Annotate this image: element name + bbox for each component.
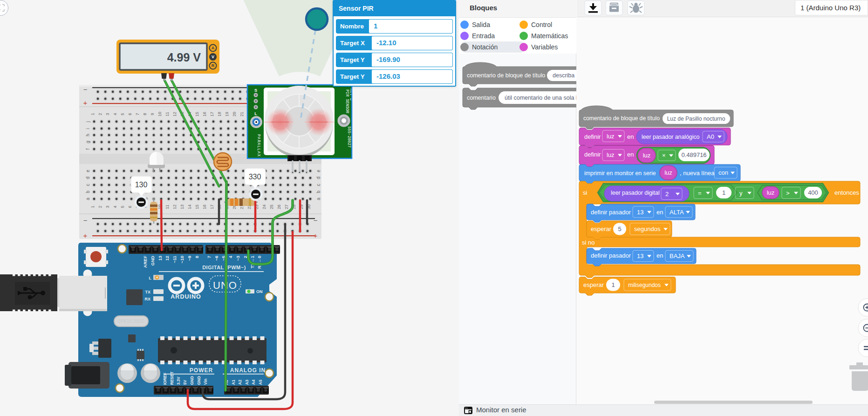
svg-text:milisegundos: milisegundos xyxy=(628,282,661,288)
svg-text:>: > xyxy=(786,190,790,197)
svg-text:20: 20 xyxy=(232,112,237,116)
svg-text:luz: luz xyxy=(643,152,651,159)
svg-text:5: 5 xyxy=(120,205,125,208)
svg-text:POWER: POWER xyxy=(190,367,213,374)
svg-text:16: 16 xyxy=(202,112,207,116)
svg-text:DIGITAL (PWM~): DIGITAL (PWM~) xyxy=(202,265,246,270)
svg-text:en: en xyxy=(627,133,634,140)
svg-text:b: b xyxy=(85,191,90,193)
svg-text:5V: 5V xyxy=(183,380,187,385)
svg-text:PIR SENSOR: PIR SENSOR xyxy=(345,89,349,113)
svg-text:en: en xyxy=(656,209,663,216)
svg-text:A1: A1 xyxy=(231,380,236,385)
svg-text:TX: TX xyxy=(145,290,150,294)
svg-text:h: h xyxy=(85,134,90,136)
svg-text:×: × xyxy=(662,152,666,159)
svg-text:330: 330 xyxy=(249,173,261,181)
svg-text:7: 7 xyxy=(206,256,212,258)
svg-text:8: 8 xyxy=(143,113,147,115)
svg-text:AREF: AREF xyxy=(143,256,148,268)
svg-text:PARALLAX: PARALLAX xyxy=(256,134,261,157)
svg-text:comentario de bloque de título: comentario de bloque de título xyxy=(467,72,545,79)
svg-text:6: 6 xyxy=(128,205,132,208)
svg-text:describa s: describa s xyxy=(553,72,576,79)
svg-text:e: e xyxy=(316,170,321,172)
svg-text:~10: ~10 xyxy=(179,256,185,263)
svg-text:~9: ~9 xyxy=(187,256,192,261)
svg-text:L: L xyxy=(254,111,257,116)
svg-text:4: 4 xyxy=(113,113,117,115)
svg-text:imprimir en monitor en serie: imprimir en monitor en serie xyxy=(584,170,656,177)
svg-text:V: V xyxy=(212,55,214,59)
svg-text:4: 4 xyxy=(228,255,233,258)
svg-text:13: 13 xyxy=(637,252,643,259)
svg-text:a: a xyxy=(85,198,90,200)
svg-text:RX: RX xyxy=(144,297,150,301)
svg-text:4.99 V: 4.99 V xyxy=(167,51,201,64)
svg-text:13: 13 xyxy=(180,205,185,209)
svg-text:entonces: entonces xyxy=(834,189,859,196)
svg-text:~6: ~6 xyxy=(214,256,219,261)
svg-text:comentario de bloque de título: comentario de bloque de título xyxy=(583,115,660,122)
svg-text:S: S xyxy=(254,88,257,93)
svg-text:400: 400 xyxy=(808,189,818,196)
svg-text:1: 1 xyxy=(90,113,95,115)
svg-text:GND: GND xyxy=(190,376,194,385)
svg-text:luz: luz xyxy=(767,189,775,196)
svg-text:ARDUINO: ARDUINO xyxy=(171,293,201,300)
svg-text:–: – xyxy=(314,217,317,224)
svg-text:2: 2 xyxy=(665,191,669,198)
svg-text:7: 7 xyxy=(135,113,140,115)
svg-text:14: 14 xyxy=(187,205,192,209)
svg-text:2: 2 xyxy=(98,205,103,208)
svg-text:A: A xyxy=(212,46,215,50)
svg-text:d: d xyxy=(85,177,90,179)
svg-text:si: si xyxy=(583,189,588,196)
svg-text:e: e xyxy=(85,170,90,172)
svg-text:en: en xyxy=(656,252,663,259)
svg-text:+: + xyxy=(314,232,318,239)
svg-text:luz: luz xyxy=(607,151,615,158)
svg-text:130: 130 xyxy=(135,181,148,189)
svg-text:útil comentario de una sola lí: útil comentario de una sola lí xyxy=(505,95,576,101)
svg-text:segundos: segundos xyxy=(634,225,661,232)
svg-text:–: – xyxy=(83,217,87,224)
svg-text:i: i xyxy=(85,128,90,129)
svg-text:A4: A4 xyxy=(251,380,256,385)
svg-text:b: b xyxy=(316,191,321,193)
svg-text:24: 24 xyxy=(262,205,267,209)
svg-text:RX←0: RX←0 xyxy=(257,256,262,269)
svg-text:5: 5 xyxy=(618,225,621,232)
svg-text:15: 15 xyxy=(195,205,199,209)
svg-text:–: – xyxy=(83,86,87,93)
svg-text:13: 13 xyxy=(637,209,643,216)
svg-text:12: 12 xyxy=(172,112,177,116)
svg-text:luz: luz xyxy=(607,133,615,140)
svg-text:RESET: RESET xyxy=(170,371,174,385)
svg-text:25: 25 xyxy=(269,205,274,209)
svg-text:, nueva línea: , nueva línea xyxy=(680,170,715,177)
svg-text:j: j xyxy=(85,121,90,123)
svg-text:12: 12 xyxy=(172,205,177,209)
svg-text:2: 2 xyxy=(98,113,103,115)
svg-text:12: 12 xyxy=(164,256,170,261)
svg-text:17: 17 xyxy=(210,205,214,209)
svg-text:15: 15 xyxy=(195,112,199,116)
svg-text:A2: A2 xyxy=(238,380,242,385)
svg-text:comentario: comentario xyxy=(467,95,496,101)
svg-text:17: 17 xyxy=(210,112,214,116)
svg-text:A5: A5 xyxy=(258,380,263,385)
svg-text:ALTA: ALTA xyxy=(670,209,684,216)
svg-text:~3: ~3 xyxy=(235,256,240,261)
svg-text:+: + xyxy=(83,99,88,107)
svg-text:27: 27 xyxy=(284,205,289,209)
svg-text:definir pasador: definir pasador xyxy=(591,209,631,216)
svg-text:SPK16.000G: SPK16.000G xyxy=(117,319,145,324)
svg-text:esperar: esperar xyxy=(591,225,612,232)
svg-text:L: L xyxy=(149,276,152,280)
svg-text:18: 18 xyxy=(217,112,222,116)
svg-text:26: 26 xyxy=(277,205,281,209)
svg-text:f: f xyxy=(85,148,90,150)
svg-text:555-28027: 555-28027 xyxy=(347,126,351,148)
svg-text:a: a xyxy=(316,198,321,200)
